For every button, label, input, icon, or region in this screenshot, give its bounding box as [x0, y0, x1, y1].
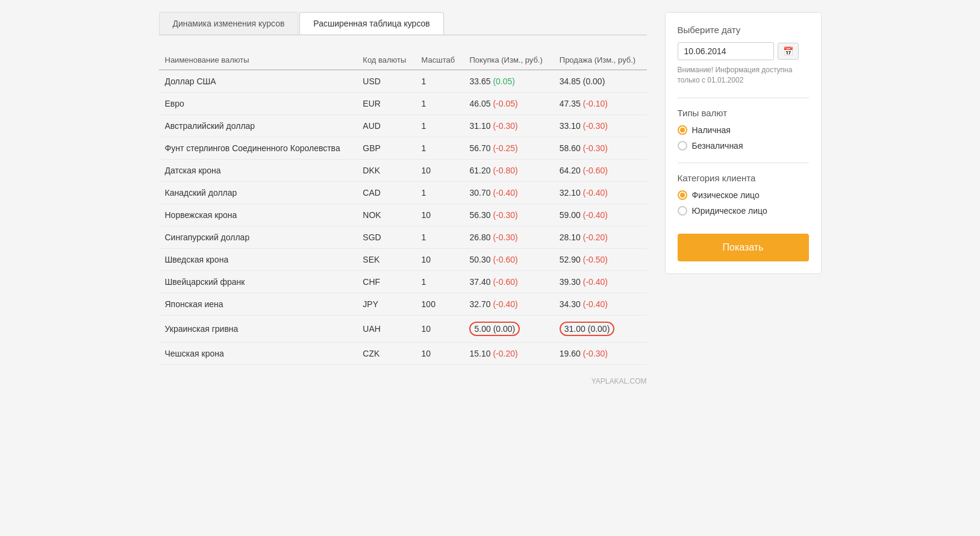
table-row: Швейцарский франкCHF137.40 (-0.60)39.30 … — [159, 271, 647, 293]
cell-name: Сингапурский доллар — [159, 226, 357, 249]
radio-nalichnaya-label: Наличная — [692, 125, 731, 135]
divider-1 — [678, 98, 809, 98]
col-header-sell: Продажа (Изм., руб.) — [554, 51, 647, 70]
sell-change: (-0.30) — [583, 121, 608, 131]
sell-change: (0.00) — [583, 76, 605, 86]
cell-code: EUR — [357, 93, 415, 115]
radio-beznalichnaya-label: Безналичная — [692, 141, 743, 151]
calendar-button[interactable]: 📅 — [778, 43, 799, 60]
cell-buy: 37.40 (-0.60) — [463, 271, 553, 293]
cell-buy: 46.05 (-0.05) — [463, 93, 553, 115]
cell-sell: 34.30 (-0.40) — [554, 293, 647, 316]
sell-change: (-0.20) — [583, 232, 608, 242]
cell-scale: 1 — [416, 271, 464, 293]
buy-change: (-0.60) — [493, 277, 517, 287]
table-row: Доллар СШАUSD133.65 (0.05)34.85 (0.00) — [159, 70, 647, 93]
cell-code: AUD — [357, 115, 415, 137]
radio-nalichnaya-circle — [678, 125, 687, 135]
cell-code: NOK — [357, 204, 415, 226]
cell-code: GBP — [357, 137, 415, 160]
cell-sell: 39.30 (-0.40) — [554, 271, 647, 293]
cell-sell: 19.60 (-0.30) — [554, 343, 647, 365]
buy-change: (-0.30) — [493, 121, 517, 131]
cell-scale: 1 — [416, 226, 464, 249]
currency-table: Наименование валюты Код валюты Масштаб П… — [159, 51, 647, 365]
cell-buy: 5.00 (0.00) — [463, 316, 553, 343]
radio-yurlico-label: Юридическое лицо — [692, 206, 767, 216]
cell-sell: 52.90 (-0.50) — [554, 249, 647, 271]
buy-change: (-0.20) — [493, 349, 517, 358]
show-button[interactable]: Показать — [678, 234, 809, 261]
date-section: Выберите дату 📅 Внимание! Информация дос… — [678, 25, 809, 86]
cell-buy: 32.70 (-0.40) — [463, 293, 553, 316]
date-label: Выберите дату — [678, 25, 809, 35]
sell-change: (-0.40) — [583, 188, 608, 198]
table-row: Фунт стерлингов Соединенного Королевства… — [159, 137, 647, 160]
cell-scale: 100 — [416, 293, 464, 316]
buy-change: (0.00) — [493, 324, 516, 334]
cell-sell: 59.00 (-0.40) — [554, 204, 647, 226]
cell-scale: 10 — [416, 316, 464, 343]
cell-buy: 61.20 (-0.80) — [463, 160, 553, 182]
cell-buy: 31.10 (-0.30) — [463, 115, 553, 137]
cell-scale: 1 — [416, 137, 464, 160]
table-row: Канадский долларCAD130.70 (-0.40)32.10 (… — [159, 182, 647, 204]
tab-dynamics[interactable]: Динамика изменения курсов — [159, 12, 299, 34]
cell-scale: 1 — [416, 70, 464, 93]
cell-code: CHF — [357, 271, 415, 293]
cell-scale: 10 — [416, 160, 464, 182]
col-header-name: Наименование валюты — [159, 51, 357, 70]
cell-name: Доллар США — [159, 70, 357, 93]
radio-fizlico-label: Физическое лицо — [692, 190, 760, 200]
radio-beznalichnaya-circle — [678, 141, 687, 151]
cell-code: CZK — [357, 343, 415, 365]
cell-sell: 32.10 (-0.40) — [554, 182, 647, 204]
cell-sell: 34.85 (0.00) — [554, 70, 647, 93]
watermark: YAPLAKAL.COM — [159, 377, 647, 385]
table-row: Норвежская кронаNOK1056.30 (-0.30)59.00 … — [159, 204, 647, 226]
tabs-bar: Динамика изменения курсов Расширенная та… — [159, 12, 647, 36]
cell-name: Австралийский доллар — [159, 115, 357, 137]
table-row: ЕвроEUR146.05 (-0.05)47.35 (-0.10) — [159, 93, 647, 115]
radio-fizlico[interactable]: Физическое лицо — [678, 190, 809, 200]
cell-name: Шведская крона — [159, 249, 357, 271]
sell-change: (-0.50) — [583, 255, 608, 264]
table-row: Сингапурский долларSGD126.80 (-0.30)28.1… — [159, 226, 647, 249]
sell-change: (0.00) — [588, 324, 610, 334]
date-notice: Внимание! Информация доступна только с 0… — [678, 65, 809, 86]
table-row: Украинская гривнаUAH105.00 (0.00)31.00 (… — [159, 316, 647, 343]
client-category-group: Физическое лицо Юридическое лицо — [678, 190, 809, 216]
currency-type-section: Типы валют Наличная Безналичная — [678, 108, 809, 151]
divider-2 — [678, 163, 809, 163]
table-row: Чешская кронаCZK1015.10 (-0.20)19.60 (-0… — [159, 343, 647, 365]
cell-code: USD — [357, 70, 415, 93]
date-input[interactable] — [678, 42, 774, 60]
buy-change: (-0.80) — [493, 166, 517, 175]
buy-change: (0.05) — [493, 76, 515, 86]
cell-name: Швейцарский франк — [159, 271, 357, 293]
sell-change: (-0.60) — [583, 166, 608, 175]
sidebar: Выберите дату 📅 Внимание! Информация дос… — [665, 12, 822, 274]
buy-change: (-0.30) — [493, 210, 517, 220]
cell-sell: 64.20 (-0.60) — [554, 160, 647, 182]
cell-sell: 58.60 (-0.30) — [554, 137, 647, 160]
sell-change: (-0.30) — [583, 349, 608, 358]
radio-beznalichnaya[interactable]: Безналичная — [678, 141, 809, 151]
tab-extended[interactable]: Расширенная таблица курсов — [299, 12, 443, 34]
cell-name: Датская крона — [159, 160, 357, 182]
buy-change: (-0.60) — [493, 255, 517, 264]
cell-buy: 56.30 (-0.30) — [463, 204, 553, 226]
cell-name: Норвежская крона — [159, 204, 357, 226]
radio-yurlico[interactable]: Юридическое лицо — [678, 206, 809, 216]
client-category-label: Категория клиента — [678, 173, 809, 183]
radio-nalichnaya[interactable]: Наличная — [678, 125, 809, 135]
cell-buy: 33.65 (0.05) — [463, 70, 553, 93]
cell-scale: 10 — [416, 204, 464, 226]
table-row: Шведская кронаSEK1050.30 (-0.60)52.90 (-… — [159, 249, 647, 271]
sell-change: (-0.30) — [583, 143, 608, 153]
cell-sell: 47.35 (-0.10) — [554, 93, 647, 115]
cell-code: SGD — [357, 226, 415, 249]
cell-name: Украинская гривна — [159, 316, 357, 343]
currency-type-group: Наличная Безналичная — [678, 125, 809, 151]
cell-scale: 10 — [416, 343, 464, 365]
